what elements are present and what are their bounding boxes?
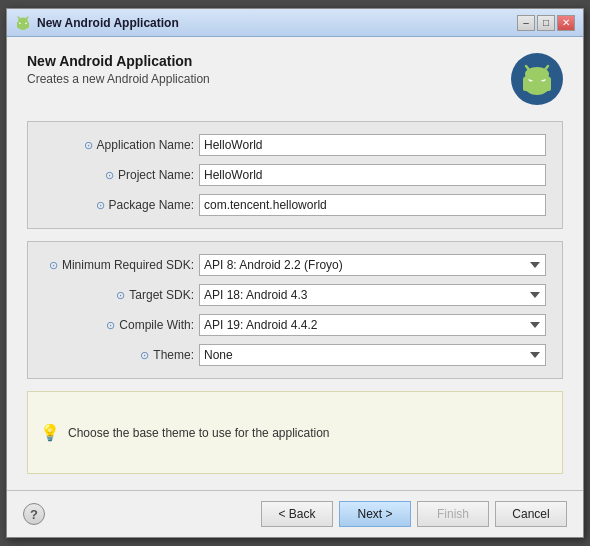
app-name-label: ⊙Application Name: — [44, 138, 199, 152]
min-sdk-select[interactable]: API 8: Android 2.2 (Froyo) — [199, 254, 546, 276]
compile-with-select[interactable]: API 19: Android 4.4.2 — [199, 314, 546, 336]
min-sdk-row: ⊙Minimum Required SDK: API 8: Android 2.… — [44, 254, 546, 276]
minimize-button[interactable]: – — [517, 15, 535, 31]
bottom-buttons: < Back Next > Finish Cancel — [261, 501, 567, 527]
finish-button[interactable]: Finish — [417, 501, 489, 527]
dialog-title: New Android Application — [27, 53, 210, 69]
hint-icon: 💡 — [40, 423, 60, 442]
header-section: New Android Application Creates a new An… — [27, 53, 563, 105]
cancel-button[interactable]: Cancel — [495, 501, 567, 527]
theme-select[interactable]: None — [199, 344, 546, 366]
title-bar: New Android Application – □ ✕ — [7, 9, 583, 37]
maximize-button[interactable]: □ — [537, 15, 555, 31]
back-button[interactable]: < Back — [261, 501, 333, 527]
package-name-info-icon[interactable]: ⊙ — [96, 199, 105, 211]
package-name-label: ⊙Package Name: — [44, 198, 199, 212]
min-sdk-info-icon[interactable]: ⊙ — [49, 259, 58, 271]
target-sdk-info-icon[interactable]: ⊙ — [116, 289, 125, 301]
sdk-section: ⊙Minimum Required SDK: API 8: Android 2.… — [27, 241, 563, 379]
package-name-input[interactable] — [199, 194, 546, 216]
target-sdk-select[interactable]: API 18: Android 4.3 — [199, 284, 546, 306]
min-sdk-label: ⊙Minimum Required SDK: — [44, 258, 199, 272]
theme-info-icon[interactable]: ⊙ — [140, 349, 149, 361]
close-button[interactable]: ✕ — [557, 15, 575, 31]
project-name-row: ⊙Project Name: — [44, 164, 546, 186]
theme-label: ⊙Theme: — [44, 348, 199, 362]
android-logo — [511, 53, 563, 105]
hint-text: Choose the base theme to use for the app… — [68, 426, 330, 440]
bottom-left: ? — [23, 503, 45, 525]
android-title-icon — [15, 15, 31, 31]
package-name-row: ⊙Package Name: — [44, 194, 546, 216]
theme-row: ⊙Theme: None — [44, 344, 546, 366]
project-name-label: ⊙Project Name: — [44, 168, 199, 182]
dialog-subtitle: Creates a new Android Application — [27, 72, 210, 86]
project-name-info-icon[interactable]: ⊙ — [105, 169, 114, 181]
content-area: New Android Application Creates a new An… — [7, 37, 583, 490]
title-controls: – □ ✕ — [517, 15, 575, 31]
compile-with-label: ⊙Compile With: — [44, 318, 199, 332]
hint-section: 💡 Choose the base theme to use for the a… — [27, 391, 563, 474]
target-sdk-label: ⊙Target SDK: — [44, 288, 199, 302]
title-bar-left: New Android Application — [15, 15, 179, 31]
target-sdk-row: ⊙Target SDK: API 18: Android 4.3 — [44, 284, 546, 306]
svg-point-6 — [18, 17, 28, 23]
app-name-row: ⊙Application Name: — [44, 134, 546, 156]
app-name-input[interactable] — [199, 134, 546, 156]
svg-point-14 — [525, 67, 549, 81]
text-fields-section: ⊙Application Name: ⊙Project Name: ⊙Packa… — [27, 121, 563, 229]
compile-with-row: ⊙Compile With: API 19: Android 4.4.2 — [44, 314, 546, 336]
compile-with-info-icon[interactable]: ⊙ — [106, 319, 115, 331]
window-title: New Android Application — [37, 16, 179, 30]
project-name-input[interactable] — [199, 164, 546, 186]
dialog-window: New Android Application – □ ✕ New Androi… — [6, 8, 584, 538]
app-name-info-icon[interactable]: ⊙ — [84, 139, 93, 151]
help-button[interactable]: ? — [23, 503, 45, 525]
header-text: New Android Application Creates a new An… — [27, 53, 210, 86]
next-button[interactable]: Next > — [339, 501, 411, 527]
bottom-bar: ? < Back Next > Finish Cancel — [7, 490, 583, 537]
